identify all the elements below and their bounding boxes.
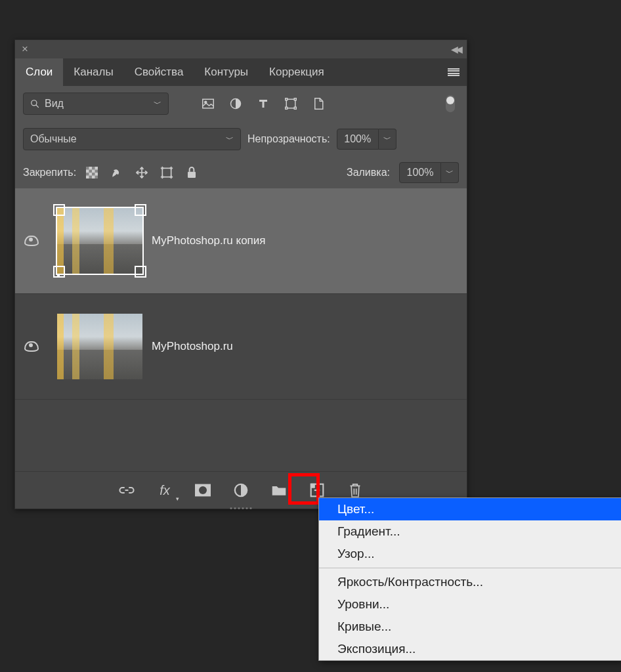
- filter-type-icon[interactable]: [257, 97, 270, 110]
- eye-icon: [24, 236, 39, 246]
- svg-rect-9: [294, 107, 296, 109]
- layer-name[interactable]: MyPhotoshop.ru: [152, 340, 233, 353]
- layer-row[interactable]: MyPhotoshop.ru: [15, 294, 467, 400]
- chevron-down-icon: ﹀: [446, 167, 454, 178]
- filter-shape-icon[interactable]: [284, 97, 297, 110]
- svg-rect-2: [203, 99, 214, 108]
- svg-point-0: [32, 100, 37, 106]
- highlight-box: [288, 473, 320, 505]
- adjustment-layer-icon[interactable]: [232, 481, 250, 499]
- layer-row[interactable]: MyPhotoshop.ru копия: [15, 188, 467, 294]
- blend-mode-value: Обычные: [30, 133, 77, 145]
- tab-properties[interactable]: Свойства: [124, 58, 194, 86]
- panel-tabs: Слои Каналы Свойства Контуры Коррекция: [15, 58, 467, 86]
- panel-titlebar: × ◀◀: [15, 40, 467, 58]
- tab-layers[interactable]: Слои: [15, 58, 63, 86]
- menu-item-color[interactable]: Цвет...: [319, 498, 621, 520]
- layers-list: MyPhotoshop.ru копия MyPhotoshop.ru: [15, 188, 467, 400]
- svg-line-1: [36, 105, 39, 108]
- lock-transparency-icon[interactable]: [85, 166, 98, 179]
- add-mask-icon[interactable]: [194, 481, 212, 499]
- tab-paths[interactable]: Контуры: [194, 58, 259, 86]
- opacity-value[interactable]: 100%: [337, 129, 379, 150]
- menu-item-curves[interactable]: Кривые...: [319, 616, 621, 638]
- filter-icons: [202, 97, 325, 110]
- svg-rect-28: [188, 172, 196, 178]
- tab-channels[interactable]: Каналы: [63, 58, 123, 86]
- svg-rect-18: [95, 176, 98, 179]
- filter-adjustment-icon[interactable]: [229, 97, 242, 110]
- eye-icon: [24, 341, 39, 352]
- svg-rect-6: [286, 98, 288, 100]
- menu-item-gradient[interactable]: Градиент...: [319, 520, 621, 543]
- resize-grip[interactable]: [230, 507, 252, 509]
- fill-label: Заливка:: [347, 167, 390, 178]
- chevron-down-icon: ﹀: [154, 98, 161, 110]
- hamburger-icon: [448, 68, 460, 76]
- layer-thumbnail[interactable]: [57, 314, 142, 379]
- svg-rect-15: [86, 173, 89, 176]
- svg-rect-14: [95, 170, 98, 173]
- menu-item-brightness[interactable]: Яркость/Контрастность...: [319, 571, 621, 593]
- lock-image-icon[interactable]: [110, 166, 123, 179]
- lock-all-icon[interactable]: [185, 166, 198, 179]
- svg-rect-13: [89, 170, 93, 173]
- layers-panel: × ◀◀ Слои Каналы Свойства Контуры Коррек…: [14, 39, 467, 509]
- svg-rect-19: [162, 168, 171, 177]
- lock-position-icon[interactable]: [135, 166, 148, 179]
- delete-layer-icon[interactable]: [346, 481, 364, 499]
- new-group-icon[interactable]: [270, 481, 288, 499]
- tab-adjustments[interactable]: Коррекция: [259, 58, 335, 86]
- filter-toggle[interactable]: [446, 95, 455, 112]
- svg-rect-11: [86, 167, 89, 170]
- visibility-toggle[interactable]: [15, 236, 48, 246]
- menu-item-pattern[interactable]: Узор...: [319, 543, 621, 565]
- lock-artboard-icon[interactable]: [160, 166, 173, 179]
- svg-rect-16: [92, 173, 95, 176]
- chevron-down-icon: ﹀: [226, 134, 234, 145]
- kind-filter-label: Вид: [45, 98, 64, 110]
- search-icon: [30, 99, 39, 108]
- link-layers-icon[interactable]: [118, 481, 136, 499]
- svg-rect-8: [286, 107, 288, 109]
- panel-menu-button[interactable]: [440, 58, 467, 86]
- panel-body: Вид ﹀ Обычные ﹀ Непрозрачность: 100% ﹀: [15, 86, 467, 400]
- svg-point-30: [199, 486, 207, 494]
- chevron-down-icon: ﹀: [383, 134, 391, 145]
- opacity-label: Непрозрачность:: [247, 133, 330, 145]
- fx-icon[interactable]: fx▾: [156, 481, 174, 499]
- fill-value[interactable]: 100%: [399, 162, 441, 183]
- layer-name[interactable]: MyPhotoshop.ru копия: [152, 234, 266, 247]
- adjustment-context-menu: Цвет... Градиент... Узор... Яркость/Конт…: [318, 497, 621, 661]
- blend-mode-dropdown[interactable]: Обычные ﹀: [23, 128, 241, 150]
- opacity-dropdown[interactable]: ﹀: [379, 129, 396, 150]
- layer-thumbnail[interactable]: [57, 208, 142, 274]
- svg-rect-17: [89, 176, 93, 179]
- filter-pixel-icon[interactable]: [202, 97, 215, 110]
- filter-smartobject-icon[interactable]: [312, 97, 325, 110]
- visibility-toggle[interactable]: [15, 341, 48, 352]
- collapse-icon[interactable]: ◀◀: [451, 44, 460, 54]
- svg-rect-12: [92, 167, 95, 170]
- menu-item-levels[interactable]: Уровни...: [319, 593, 621, 616]
- lock-label: Закрепить:: [23, 167, 76, 178]
- menu-separator: [319, 568, 621, 568]
- fill-dropdown[interactable]: ﹀: [441, 162, 459, 183]
- svg-rect-7: [294, 98, 296, 100]
- close-icon[interactable]: ×: [22, 43, 28, 56]
- kind-filter-dropdown[interactable]: Вид ﹀: [23, 93, 169, 115]
- menu-item-exposure[interactable]: Экспозиция...: [319, 638, 621, 660]
